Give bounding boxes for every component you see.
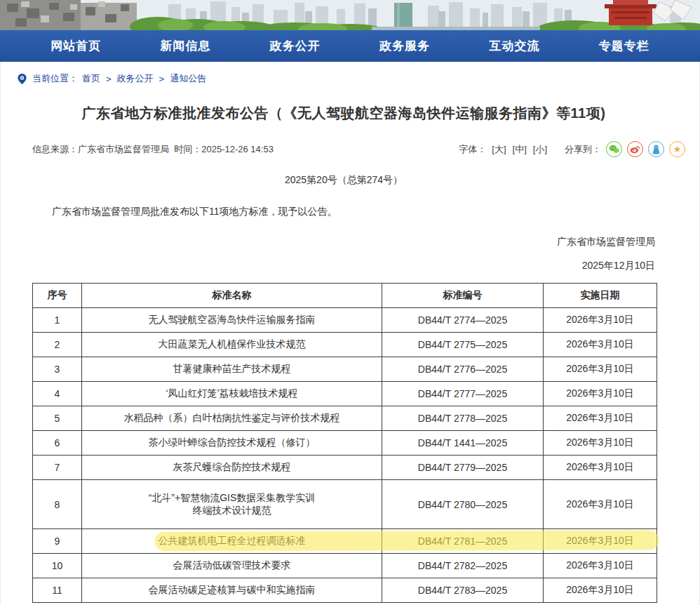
table-row: 5 水稻品种（系）白叶枯病抗性鉴定与评价技术规程 DB44/T 2778—202… [33, 406, 657, 431]
cell-name: 会展活动低碳管理技术要求 [82, 554, 382, 578]
cell-code: DB44/T 2781—2025 [382, 529, 544, 554]
nav-item-news[interactable]: 新闻信息 [160, 38, 210, 54]
header-code: 标准编号 [382, 284, 544, 308]
cell-seq: 6 [33, 431, 82, 456]
font-size-label: 字体： [459, 143, 486, 156]
cell-date: 2026年3月10日 [544, 554, 657, 578]
document-number: 2025第20号（总第274号） [32, 174, 655, 187]
header-seq: 序号 [33, 284, 82, 308]
table-row: 10 会展活动低碳管理技术要求 DB44/T 2782—2025 2026年3月… [33, 554, 657, 578]
nav-item-special-topics[interactable]: 专题专栏 [599, 38, 649, 54]
breadcrumb-item-home[interactable]: 首页 [82, 72, 100, 85]
qzone-star-icon[interactable]: ★ [669, 141, 685, 157]
cell-seq: 3 [33, 357, 82, 382]
cell-code: DB44/T 2783—2025 [382, 578, 544, 603]
source-value: 广东省市场监督管理局 [78, 144, 169, 154]
nav-item-gov-info[interactable]: 政务公开 [270, 38, 321, 54]
cell-code: DB44/T 2776—2025 [382, 357, 544, 382]
breadcrumb: 当前位置： 首页 > 政务公开 > 通知公告 [1, 62, 699, 85]
cell-name: ‘凤山红灯笼’荔枝栽培技术规程 [82, 382, 382, 406]
main-nav: 网站首页 新闻信息 政务公开 政务服务 互动交流 专题专栏 [0, 30, 700, 62]
signature-agency: 广东省市场监督管理局 [32, 236, 655, 248]
time-label: 时间： [174, 144, 201, 154]
table-row: 3 甘薯健康种苗生产技术规程 DB44/T 2776—2025 2026年3月1… [33, 357, 657, 382]
cell-name: 茶小绿叶蝉综合防控技术规程（修订） [82, 431, 382, 456]
cell-date: 2026年3月10日 [544, 333, 657, 357]
cell-code: DB44/T 2777—2025 [382, 382, 544, 406]
cell-code: DB44/T 1441—2025 [382, 431, 544, 456]
cell-name: 大田蔬菜无人机植保作业技术规范 [82, 333, 382, 357]
cell-date: 2026年3月10日 [544, 406, 657, 431]
breadcrumb-separator: > [106, 74, 112, 84]
content-area: 当前位置： 首页 > 政务公开 > 通知公告 广东省地方标准批准发布公告（《无人… [0, 62, 700, 605]
nav-item-home[interactable]: 网站首页 [51, 38, 101, 54]
share-label: 分享到： [565, 143, 601, 156]
table-row: 6 茶小绿叶蝉综合防控技术规程（修订） DB44/T 1441—2025 202… [33, 431, 657, 456]
breadcrumb-item-gov-info[interactable]: 政务公开 [117, 72, 154, 85]
cell-date: 2026年3月10日 [544, 480, 657, 529]
standards-table-wrap: 序号 标准名称 标准编号 实施日期 1 无人驾驶航空器海岛快件运输服务指南 DB… [32, 283, 655, 603]
cell-date: 2026年3月10日 [544, 308, 657, 333]
cell-code: DB44/T 2774—2025 [382, 308, 544, 333]
signature-date: 2025年12月10日 [32, 260, 655, 272]
table-header-row: 序号 标准名称 标准编号 实施日期 [33, 284, 657, 308]
page-title: 广东省地方标准批准发布公告（《无人驾驶航空器海岛快件运输服务指南》等11项) [32, 104, 655, 123]
qq-icon[interactable] [648, 141, 664, 157]
breadcrumb-label: 当前位置： [32, 72, 78, 85]
cell-date: 2026年3月10日 [544, 529, 657, 554]
table-row-highlighted: 9 公共建筑机电工程全过程调适标准 DB44/T 2781—2025 2026年… [33, 529, 657, 554]
cell-date: 2026年3月10日 [544, 456, 657, 480]
cell-code: DB44/T 2778—2025 [382, 406, 544, 431]
cell-name: 会展活动碳足迹核算与碳中和实施指南 [82, 578, 382, 603]
font-size-small-button[interactable]: [小] [533, 143, 547, 156]
article-meta-tools: 字体： [大] [中] [小] 分享到： [459, 141, 685, 157]
table-row: 4 ‘凤山红灯笼’荔枝栽培技术规程 DB44/T 2777—2025 2026年… [33, 382, 657, 406]
nav-item-interaction[interactable]: 互动交流 [489, 38, 539, 54]
announcement-body: 广东省市场监督管理局批准发布以下11项地方标准，现予以公告。 [32, 204, 655, 219]
weibo-icon[interactable] [627, 141, 643, 157]
cell-date: 2026年3月10日 [544, 431, 657, 456]
cell-name: 灰茶尺蠖综合防控技术规程 [82, 456, 382, 480]
wechat-icon[interactable] [606, 141, 622, 157]
cell-name: “北斗”+智慧物流GIS数据采集教学实训 终端技术设计规范 [82, 480, 382, 529]
cell-name: 水稻品种（系）白叶枯病抗性鉴定与评价技术规程 [82, 406, 382, 431]
cell-seq: 10 [33, 554, 82, 578]
cell-name: 甘薯健康种苗生产技术规程 [82, 357, 382, 382]
cell-seq: 11 [33, 578, 82, 603]
font-size-medium-button[interactable]: [中] [513, 143, 527, 156]
cell-seq: 1 [33, 308, 82, 333]
cell-code: DB44/T 2780—2025 [382, 480, 544, 529]
header-name: 标准名称 [82, 284, 382, 308]
cell-seq: 5 [33, 406, 82, 431]
cell-seq: 7 [33, 456, 82, 480]
header-date: 实施日期 [544, 284, 657, 308]
nav-item-gov-services[interactable]: 政务服务 [379, 38, 430, 54]
time-value: 2025-12-26 14:53 [201, 144, 274, 154]
cell-seq: 9 [33, 529, 82, 554]
table-row: 1 无人驾驶航空器海岛快件运输服务指南 DB44/T 2774—2025 202… [33, 308, 657, 333]
table-row: 7 灰茶尺蠖综合防控技术规程 DB44/T 2779—2025 2026年3月1… [33, 456, 657, 480]
font-size-large-button[interactable]: [大] [492, 143, 506, 156]
source-label: 信息来源： [32, 144, 78, 154]
table-row: 11 会展活动碳足迹核算与碳中和实施指南 DB44/T 2783—2025 20… [33, 578, 657, 603]
breadcrumb-item-notices[interactable]: 通知公告 [170, 72, 206, 85]
cell-seq: 4 [33, 382, 82, 406]
table-row: 8 “北斗”+智慧物流GIS数据采集教学实训 终端技术设计规范 DB44/T 2… [33, 480, 657, 529]
article-meta-source: 信息来源：广东省市场监督管理局 时间：2025-12-26 14:53 [32, 143, 274, 156]
page: 网站首页 新闻信息 政务公开 政务服务 互动交流 专题专栏 当前位置： 首页 >… [0, 0, 700, 605]
cell-date: 2026年3月10日 [544, 382, 657, 406]
cell-date: 2026年3月10日 [544, 357, 657, 382]
cell-name: 公共建筑机电工程全过程调适标准 [82, 529, 382, 554]
cell-date: 2026年3月10日 [544, 578, 657, 603]
article: 广东省地方标准批准发布公告（《无人驾驶航空器海岛快件运输服务指南》等11项) 信… [1, 104, 699, 605]
cell-code: DB44/T 2782—2025 [382, 554, 544, 578]
location-pin-icon [16, 73, 28, 85]
article-meta-row: 信息来源：广东省市场监督管理局 时间：2025-12-26 14:53 字体： … [32, 141, 685, 157]
cell-seq: 2 [33, 333, 82, 357]
standards-table: 序号 标准名称 标准编号 实施日期 1 无人驾驶航空器海岛快件运输服务指南 DB… [32, 283, 657, 603]
breadcrumb-separator: > [159, 74, 165, 84]
cell-code: DB44/T 2775—2025 [382, 333, 544, 357]
table-row: 2 大田蔬菜无人机植保作业技术规范 DB44/T 2775—2025 2026年… [33, 333, 657, 357]
header-banner-image [0, 0, 700, 30]
cell-name: 无人驾驶航空器海岛快件运输服务指南 [82, 308, 382, 333]
